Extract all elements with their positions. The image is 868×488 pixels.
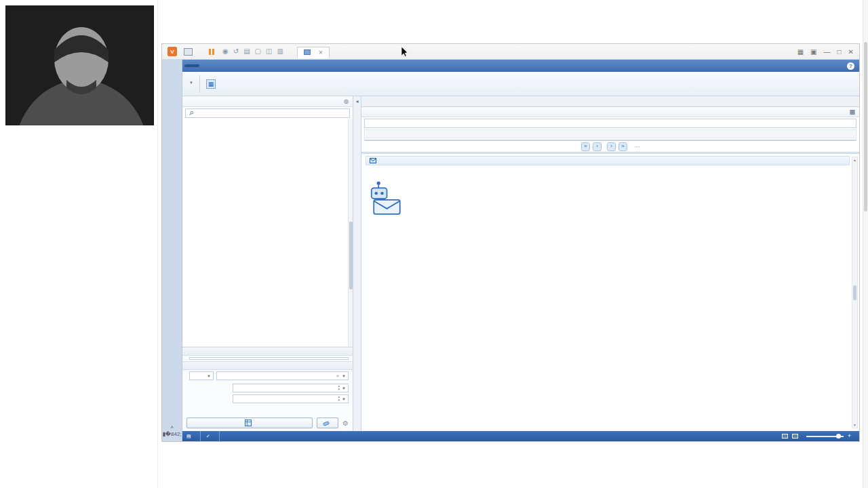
minimize-button[interactable]: — (824, 48, 831, 56)
revert-icon[interactable]: ↺ (233, 48, 239, 55)
pager-more-icon[interactable]: ⋯ (634, 144, 639, 150)
search-icon: 🔎︎ (189, 110, 194, 117)
view-grid-icon[interactable]: ▦ (797, 48, 804, 56)
next-page-button[interactable]: › (607, 142, 616, 151)
panel-menu-icon[interactable]: ▦ (849, 108, 855, 115)
app-tab-bar: ? (182, 60, 859, 72)
console-icon (184, 48, 193, 56)
page-icon: ▤ (186, 434, 191, 439)
spinner-icons[interactable]: ▲▼ (338, 385, 340, 391)
close-button[interactable]: ✕ (848, 48, 854, 56)
speaker-photo (5, 5, 154, 125)
menu-button[interactable] (184, 64, 199, 67)
fullscreen-icon[interactable]: ▢ (255, 48, 261, 55)
unity-icon[interactable]: ◫ (266, 48, 272, 55)
database-icon (792, 434, 798, 439)
chevron-down-icon[interactable]: ▼ (342, 386, 346, 390)
flag-select[interactable]: ▼ (189, 371, 214, 380)
rules-tree (182, 119, 353, 347)
vmware-toolbar: ◉ ↺ ▤ ▢ ◫ ▥ (222, 48, 283, 55)
flag-combo[interactable]: × ▼ (216, 371, 349, 380)
incident-date-range[interactable] (189, 357, 349, 360)
page-scrollbar[interactable] (863, 0, 868, 488)
detail-scrollbar[interactable]: ▲ ▼ (852, 157, 858, 428)
view-screen-icon[interactable]: ▣ (810, 48, 816, 56)
chevron-down-icon[interactable]: ▼ (342, 397, 346, 401)
table-icon (245, 420, 252, 426)
chevron-down-icon: ▼ (207, 374, 211, 378)
computer-icon (782, 434, 788, 439)
filters-section: ▼ × ▼ (182, 347, 353, 431)
snapshot-icon[interactable]: ◉ (222, 48, 229, 55)
spinner-icons[interactable]: ▲▼ (338, 396, 340, 402)
results-panel: ▦ (361, 96, 859, 431)
taskbar-tray: ˄ ▮�842; (162, 425, 182, 440)
zoom-slider-thumb[interactable] (836, 434, 841, 439)
pause-vm-icon[interactable] (209, 49, 214, 55)
grid-toggle-icon[interactable]: ▦ (206, 79, 216, 89)
collapse-panel-button[interactable]: ◂ (353, 96, 361, 431)
first-page-button[interactable]: « (581, 142, 590, 151)
tree-scrollbar-thumb[interactable] (349, 222, 353, 290)
screen: V ◉ ↺ ▤ ▢ ◫ ▥ × ▦ ▣ — □ ✕ (0, 0, 868, 488)
maximize-button[interactable]: □ (837, 48, 842, 56)
last-page-button[interactable]: » (618, 142, 627, 151)
results-search-input[interactable] (368, 120, 853, 127)
status-running-icon: ✓ (206, 434, 210, 439)
chevron-down-icon: ▼ (342, 374, 346, 378)
vm-screen-icon (304, 49, 311, 55)
tree-scrollbar[interactable] (348, 119, 353, 346)
ribbon: ▼ ▦ (182, 72, 859, 96)
manage-icon[interactable]: ▤ (243, 48, 250, 55)
show-events-button[interactable] (186, 418, 313, 428)
scroll-up-icon[interactable]: ▲ (853, 158, 856, 162)
detail-scrollbar-thumb[interactable] (853, 285, 856, 300)
zoom-in-icon[interactable]: + (848, 433, 851, 439)
status-bar: ▤ ✓ + (182, 431, 859, 441)
mouse-cursor (401, 46, 408, 57)
detail-pane: ▲ ▼ (361, 154, 859, 431)
siem-app: ? ▼ ▦ ◎ (182, 60, 859, 441)
app-body: ◎ 🔎︎ (182, 96, 859, 431)
network-icon[interactable]: ▮�842; (162, 432, 181, 437)
mail-icon (370, 158, 376, 163)
vm-tab-close-icon[interactable]: × (319, 49, 323, 56)
speaker-silhouette-icon (5, 5, 154, 125)
pinned-message (8, 144, 151, 148)
pin-icon[interactable]: ◎ (344, 98, 349, 104)
groupby-bar[interactable] (364, 129, 856, 138)
help-icon[interactable]: ? (847, 62, 854, 70)
reset-button[interactable] (317, 418, 338, 428)
tray-arrow-icon[interactable]: ˄ (170, 425, 174, 430)
rules-search[interactable]: 🔎︎ (185, 108, 350, 118)
console-view-icon[interactable]: ▥ (277, 48, 283, 55)
chevron-down-icon[interactable]: ▼ (189, 81, 193, 85)
ribbon-separator (199, 75, 200, 93)
pagination: « ‹ › » ⋯ (361, 141, 859, 152)
vmware-window-controls: ▦ ▣ — □ ✕ (797, 48, 854, 56)
webinar-sidebar (0, 0, 158, 488)
zoom-slider[interactable] (806, 436, 844, 437)
rule-filter-title (182, 361, 353, 370)
gear-icon[interactable]: ⚙ (342, 420, 349, 427)
eraser-icon (323, 420, 330, 426)
detail-header[interactable] (366, 156, 850, 165)
clear-icon[interactable]: × (336, 373, 339, 379)
mailbox-robot-icon (366, 178, 403, 219)
guest-taskbar: ˄ ▮�842; (162, 60, 182, 441)
page-scrollbar-thumb[interactable] (864, 42, 867, 211)
results-tabs (361, 96, 859, 107)
vm-tab[interactable]: × (297, 47, 330, 58)
vmware-titlebar: V ◉ ↺ ▤ ▢ ◫ ▥ × ▦ ▣ — □ ✕ (162, 44, 859, 60)
global-filter-title (182, 347, 353, 356)
date-from-input[interactable]: ▲▼ ▼ (233, 384, 349, 392)
rules-search-input[interactable] (197, 110, 347, 117)
results-search[interactable] (364, 119, 856, 128)
incident-date-group: ▼ (187, 81, 193, 87)
vmware-logo-icon: V (167, 47, 177, 56)
scroll-down-icon[interactable]: ▼ (853, 423, 856, 427)
vmware-window: V ◉ ↺ ▤ ▢ ◫ ▥ × ▦ ▣ — □ ✕ (161, 43, 860, 442)
prev-page-button[interactable]: ‹ (593, 142, 601, 151)
date-to-input[interactable]: ▲▼ ▼ (233, 394, 349, 403)
rules-panel: ◎ 🔎︎ (182, 96, 353, 431)
